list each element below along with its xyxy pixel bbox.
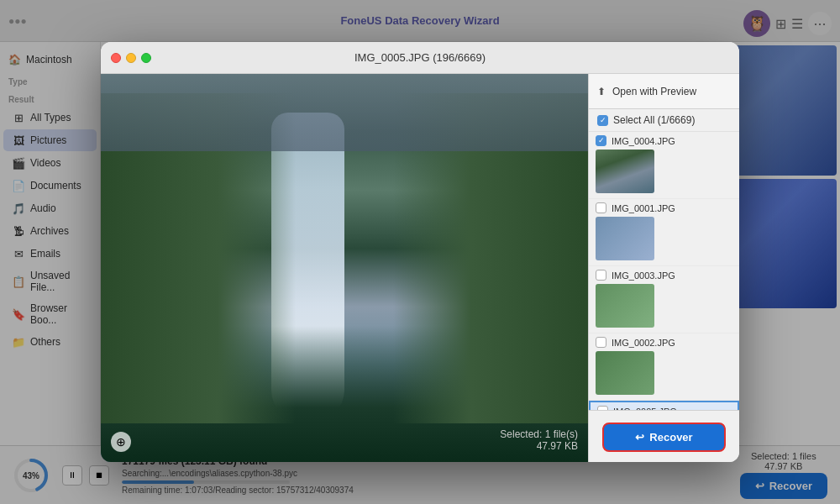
share-icon: ⬆: [597, 86, 606, 97]
file-name-img0001: IMG_0001.JPG: [612, 203, 675, 213]
preview-selected-count: Selected: 1 file(s): [500, 428, 578, 440]
zoom-icon[interactable]: ⊕: [111, 432, 131, 452]
traffic-lights: [111, 53, 151, 63]
file-item-header: IMG_0001.JPG: [589, 199, 739, 217]
preview-selected-size: 47.97 KB: [500, 440, 578, 452]
open-preview-button[interactable]: Open with Preview: [612, 86, 696, 97]
file-item-img0005[interactable]: IMG_0005.JPG: [589, 401, 739, 410]
select-all-label: Select All (1/6669): [613, 114, 695, 126]
file-checkbox-img0002[interactable]: [596, 337, 606, 348]
file-list-scroll: ✓ IMG_0004.JPG IMG_0001.JPG: [589, 132, 739, 410]
file-item-header: ✓ IMG_0004.JPG: [589, 132, 739, 150]
file-thumb-img0003: [596, 284, 654, 328]
file-list-panel: ⬆ Open with Preview ✓ Select All (1/6669…: [588, 74, 739, 462]
file-thumb-img0004: [596, 150, 654, 193]
check-icon: ✓: [598, 137, 605, 144]
preview-area: ⊕ Selected: 1 file(s) 47.97 KB: [101, 74, 588, 462]
open-preview-label: Open with Preview: [612, 86, 696, 97]
modal-body: ⊕ Selected: 1 file(s) 47.97 KB ⬆ Open wi…: [101, 74, 739, 462]
preview-modal: IMG_0005.JPG (196/6669) ⊕ Selected: 1 fi…: [101, 42, 739, 462]
modal-overlay: IMG_0005.JPG (196/6669) ⊕ Selected: 1 fi…: [0, 0, 840, 504]
modal-titlebar: IMG_0005.JPG (196/6669): [101, 42, 739, 74]
preview-image: [101, 74, 588, 462]
file-item-img0001[interactable]: IMG_0001.JPG: [589, 199, 739, 266]
file-thumb-img0002: [596, 351, 654, 395]
maximize-button[interactable]: [141, 53, 151, 63]
file-item-img0004[interactable]: ✓ IMG_0004.JPG: [589, 132, 739, 199]
select-all-checkbox[interactable]: ✓: [597, 115, 608, 126]
modal-recover-button[interactable]: ↩ Recover: [602, 423, 726, 452]
select-all-row[interactable]: ✓ Select All (1/6669): [589, 109, 739, 132]
file-checkbox-img0001[interactable]: [596, 202, 606, 213]
file-item-header: IMG_0002.JPG: [589, 333, 739, 351]
minimize-button[interactable]: [126, 53, 136, 63]
file-name-img0004: IMG_0004.JPG: [612, 136, 675, 146]
close-button[interactable]: [111, 53, 121, 63]
modal-recover-icon: ↩: [635, 431, 644, 444]
file-checkbox-img0003[interactable]: [596, 270, 606, 281]
file-name-img0003: IMG_0003.JPG: [612, 270, 675, 281]
file-name-img0002: IMG_0002.JPG: [612, 338, 675, 348]
file-checkbox-img0004[interactable]: ✓: [596, 135, 606, 146]
file-item-header: IMG_0005.JPG: [591, 402, 738, 410]
modal-recover-label: Recover: [649, 431, 692, 444]
file-thumb-img0001: [596, 217, 654, 260]
file-item-img0003[interactable]: IMG_0003.JPG: [589, 266, 739, 333]
modal-title: IMG_0005.JPG (196/6669): [354, 51, 486, 64]
file-item-img0002[interactable]: IMG_0002.JPG: [589, 333, 739, 401]
checkbox-check-icon: ✓: [600, 117, 606, 124]
preview-selected-info: Selected: 1 file(s) 47.97 KB: [500, 428, 578, 452]
panel-topbar: ⬆ Open with Preview: [589, 74, 739, 109]
file-item-header: IMG_0003.JPG: [589, 266, 739, 284]
panel-bottom: ↩ Recover: [589, 410, 739, 462]
